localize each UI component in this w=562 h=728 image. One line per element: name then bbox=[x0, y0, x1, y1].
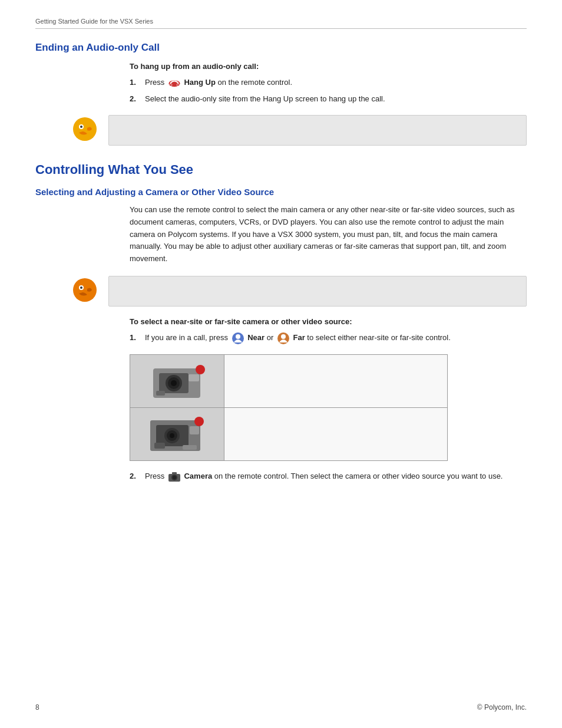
svg-point-12 bbox=[281, 334, 286, 339]
near-label: Near bbox=[247, 333, 265, 342]
page-number: 8 bbox=[35, 703, 39, 711]
hangup-bold-label: Hang Up bbox=[184, 78, 215, 87]
svg-point-19 bbox=[196, 365, 205, 374]
svg-point-25 bbox=[170, 433, 174, 438]
camera-button-icon bbox=[168, 472, 181, 482]
step1-content: Press Hang Up on the remote control. bbox=[145, 77, 527, 88]
section2-steps-content: To select a near-site or far-site camera… bbox=[130, 317, 527, 482]
svg-point-32 bbox=[173, 476, 176, 479]
tip-area-2 bbox=[71, 276, 527, 307]
chapter-heading-controlling: Controlling What You See bbox=[35, 162, 527, 177]
camera-body-text: You can use the remote control to select… bbox=[130, 204, 527, 265]
svg-rect-29 bbox=[183, 445, 197, 450]
camera-step1-content: If you are in a call, press Near or bbox=[145, 332, 527, 345]
svg-point-27 bbox=[194, 417, 204, 426]
camera-step-2: 2. Press Camera on the remote control. T… bbox=[130, 470, 527, 482]
instruction-label-camera: To select a near-site or far-site camera… bbox=[130, 317, 527, 326]
camera-illustration-2 bbox=[141, 410, 212, 457]
section-ending-audio-call: Ending an Audio-only Call To hang up fro… bbox=[35, 42, 527, 146]
camera-image-cell-1 bbox=[130, 354, 224, 407]
tip-box-1 bbox=[108, 115, 527, 146]
camera-step2-content: Press Camera on the remote control. Then… bbox=[145, 470, 527, 482]
svg-point-6 bbox=[73, 278, 97, 302]
step2-content: Select the audio-only site from the Hang… bbox=[145, 93, 527, 105]
camera-row-1 bbox=[130, 354, 448, 407]
camera-steps: 1. If you are in a call, press Near or bbox=[130, 332, 527, 345]
copyright: © Polycom, Inc. bbox=[477, 703, 527, 711]
svg-rect-20 bbox=[156, 391, 165, 396]
far-icon bbox=[277, 332, 290, 345]
subsection-heading-camera: Selecting and Adjusting a Camera or Othe… bbox=[35, 187, 527, 197]
step1-num: 1. bbox=[130, 77, 143, 88]
camera-desc-cell-1 bbox=[224, 354, 447, 407]
camera-image-cell-2 bbox=[130, 407, 224, 460]
camera-step1-num: 1. bbox=[130, 332, 143, 344]
tip-box-2 bbox=[108, 276, 527, 307]
hangup-step-1: 1. Press Hang Up on the remote control. bbox=[130, 77, 527, 88]
hangup-steps: 1. Press Hang Up on the remote control. bbox=[130, 77, 527, 104]
svg-rect-2 bbox=[177, 84, 179, 85]
svg-point-5 bbox=[80, 126, 82, 128]
camera-row-2 bbox=[130, 407, 448, 460]
camera-bold-label: Camera bbox=[184, 472, 212, 480]
hangup-step-2: 2. Select the audio-only site from the H… bbox=[130, 93, 527, 105]
hangup-icon bbox=[168, 78, 181, 88]
tip-icon-1 bbox=[71, 115, 99, 143]
section-camera-control: Selecting and Adjusting a Camera or Othe… bbox=[35, 187, 527, 482]
svg-point-8 bbox=[80, 286, 82, 289]
tip-area-1 bbox=[71, 115, 527, 146]
camera-step-1: 1. If you are in a call, press Near or bbox=[130, 332, 527, 345]
camera-steps-2: 2. Press Camera on the remote control. T… bbox=[130, 470, 527, 482]
camera-step2-num: 2. bbox=[130, 470, 143, 482]
camera-desc-cell-2 bbox=[224, 407, 447, 460]
near-icon bbox=[232, 332, 244, 345]
svg-rect-18 bbox=[189, 374, 199, 381]
camera-table bbox=[130, 354, 448, 461]
section-heading-ending-audio: Ending an Audio-only Call bbox=[35, 42, 527, 54]
svg-rect-26 bbox=[190, 426, 199, 434]
section1-content: To hang up from an audio-only call: 1. P… bbox=[130, 62, 527, 104]
far-label: Far bbox=[293, 333, 305, 342]
instruction-label-hangup: To hang up from an audio-only call: bbox=[130, 62, 527, 71]
svg-rect-1 bbox=[170, 84, 172, 85]
breadcrumb: Getting Started Guide for the VSX Series bbox=[35, 18, 527, 25]
step2-num: 2. bbox=[130, 93, 143, 105]
svg-rect-33 bbox=[172, 472, 177, 475]
tip-icon-2 bbox=[71, 276, 99, 304]
svg-point-10 bbox=[236, 334, 240, 339]
camera-illustration-1 bbox=[141, 357, 212, 404]
svg-point-3 bbox=[73, 117, 97, 141]
page-footer: 8 © Polycom, Inc. bbox=[35, 703, 527, 711]
svg-point-17 bbox=[171, 380, 177, 386]
section2-content: You can use the remote control to select… bbox=[130, 204, 527, 265]
svg-rect-28 bbox=[154, 443, 165, 449]
header-divider bbox=[35, 28, 527, 29]
